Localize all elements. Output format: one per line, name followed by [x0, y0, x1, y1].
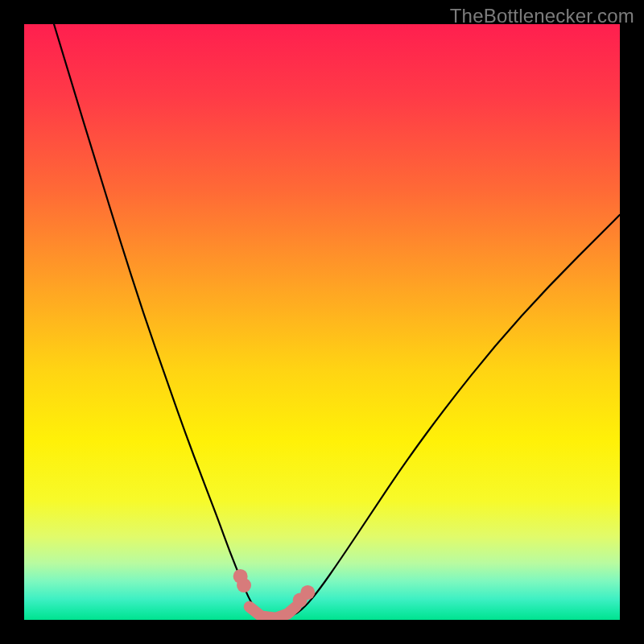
- plot-area: [24, 24, 620, 620]
- marker-dot: [300, 585, 315, 600]
- highlight-markers: [233, 569, 316, 608]
- chart-frame: TheBottlenecker.com: [0, 0, 644, 644]
- curve-layer: [24, 24, 620, 620]
- bottleneck-curve: [54, 24, 620, 618]
- watermark-text: TheBottlenecker.com: [450, 5, 634, 27]
- highlight-cap: [250, 607, 296, 618]
- marker-dot: [237, 578, 251, 592]
